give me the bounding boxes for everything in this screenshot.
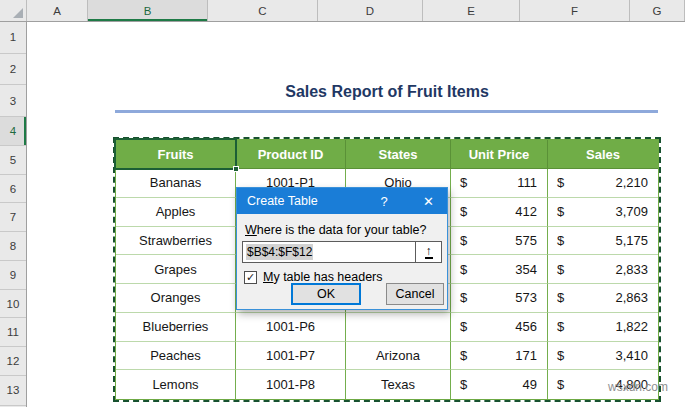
currency-symbol: $	[557, 348, 564, 363]
product-id-cell[interactable]: 1001-P6	[236, 313, 346, 342]
row-header-13[interactable]: 13	[0, 376, 26, 406]
cell-value: 2,210	[615, 175, 648, 190]
row-headers: 12345678910111213	[0, 22, 27, 407]
cell-value: 111	[517, 175, 537, 190]
sales-cell[interactable]: $1,822	[548, 313, 658, 342]
unit-price-cell[interactable]: $575	[451, 227, 548, 256]
table-header-states[interactable]: States	[346, 140, 451, 169]
product-id-cell[interactable]: 1001-P8	[236, 370, 346, 399]
cell-value: 354	[515, 262, 537, 277]
currency-symbol: $	[460, 175, 467, 190]
sheet-title: Sales Report of Fruit Items	[116, 83, 658, 101]
cell-value: 1,822	[615, 319, 648, 334]
currency-symbol: $	[557, 290, 564, 305]
row-header-7[interactable]: 7	[0, 203, 26, 232]
cell-value: 575	[515, 233, 537, 248]
title-underline	[115, 110, 658, 113]
range-input[interactable]: $B$4:$F$12 ↑	[242, 241, 442, 263]
state-cell[interactable]	[346, 313, 451, 342]
state-cell[interactable]: Texas	[346, 370, 451, 399]
row-header-5[interactable]: 5	[0, 146, 26, 175]
state-cell[interactable]: Arizona	[346, 342, 451, 371]
up-arrow-icon: ↑	[425, 245, 433, 259]
column-header-C[interactable]: C	[208, 0, 318, 21]
cell-value: 2,833	[615, 262, 648, 277]
fruit-cell[interactable]: Grapes	[116, 255, 236, 284]
cell-value: 49	[523, 377, 537, 392]
cell-value: 456	[515, 319, 537, 334]
table-header-sales[interactable]: Sales	[548, 140, 658, 169]
check-icon: ✓	[246, 272, 255, 283]
cell-value: 171	[515, 348, 537, 363]
row-header-12[interactable]: 12	[0, 347, 26, 376]
sales-cell[interactable]: $2,210	[548, 169, 658, 198]
fruit-cell[interactable]: Oranges	[116, 284, 236, 313]
row-header-4[interactable]: 4	[0, 117, 26, 146]
fruit-cell[interactable]: Strawberries	[116, 227, 236, 256]
dialog-prompt: Where is the data for your table?	[245, 223, 426, 237]
fruit-cell[interactable]: Blueberries	[116, 313, 236, 342]
unit-price-cell[interactable]: $111	[451, 169, 548, 198]
currency-symbol: $	[460, 233, 467, 248]
row-header-3[interactable]: 3	[0, 85, 26, 117]
close-icon[interactable]: ✕	[423, 194, 434, 209]
cell-value: 412	[515, 204, 537, 219]
currency-symbol: $	[460, 204, 467, 219]
fruit-cell[interactable]: Lemons	[116, 370, 236, 399]
fruit-cell[interactable]: Bananas	[116, 169, 236, 198]
row-header-9[interactable]: 9	[0, 261, 26, 290]
product-id-cell[interactable]: 1001-P7	[236, 342, 346, 371]
row-header-8[interactable]: 8	[0, 232, 26, 261]
currency-symbol: $	[460, 348, 467, 363]
sales-cell[interactable]: $3,709	[548, 198, 658, 227]
cancel-button[interactable]: Cancel	[386, 283, 444, 305]
unit-price-cell[interactable]: $456	[451, 313, 548, 342]
cell-value: 573	[515, 290, 537, 305]
create-table-dialog: Create Table ? ✕ Where is the data for y…	[236, 187, 448, 310]
table-header-product-id[interactable]: Product ID	[236, 140, 346, 169]
currency-symbol: $	[557, 175, 564, 190]
sales-cell[interactable]: $5,175	[548, 227, 658, 256]
column-header-B[interactable]: B	[88, 0, 208, 21]
currency-symbol: $	[460, 290, 467, 305]
range-value: $B$4:$F$12	[243, 242, 415, 262]
row-header-6[interactable]: 6	[0, 175, 26, 204]
sales-cell[interactable]: $2,863	[548, 284, 658, 313]
column-header-F[interactable]: F	[520, 0, 630, 21]
headers-checkbox-label: My table has headers	[263, 270, 383, 284]
unit-price-cell[interactable]: $171	[451, 342, 548, 371]
column-header-A[interactable]: A	[27, 0, 88, 21]
row-header-10[interactable]: 10	[0, 290, 26, 319]
currency-symbol: $	[557, 319, 564, 334]
unit-price-cell[interactable]: $354	[451, 255, 548, 284]
headers-checkbox-row: ✓ My table has headers	[244, 270, 383, 284]
column-header-D[interactable]: D	[318, 0, 423, 21]
help-icon[interactable]: ?	[376, 194, 392, 209]
headers-checkbox[interactable]: ✓	[244, 271, 257, 284]
collapse-dialog-button[interactable]: ↑	[415, 242, 441, 262]
currency-symbol: $	[557, 262, 564, 277]
dialog-title: Create Table	[247, 194, 318, 208]
unit-price-cell[interactable]: $49	[451, 370, 548, 399]
fill-handle[interactable]	[233, 166, 239, 172]
column-header-G[interactable]: G	[630, 0, 685, 21]
cell-value: 3,410	[615, 348, 648, 363]
table-header-unit-price[interactable]: Unit Price	[451, 140, 548, 169]
row-header-11[interactable]: 11	[0, 318, 26, 347]
sales-cell[interactable]: $3,410	[548, 342, 658, 371]
unit-price-cell[interactable]: $412	[451, 198, 548, 227]
fruit-cell[interactable]: Peaches	[116, 342, 236, 371]
column-header-E[interactable]: E	[423, 0, 520, 21]
fruit-cell[interactable]: Apples	[116, 198, 236, 227]
ok-button[interactable]: OK	[291, 283, 361, 305]
unit-price-cell[interactable]: $573	[451, 284, 548, 313]
row-header-1[interactable]: 1	[0, 22, 26, 54]
row-header-2[interactable]: 2	[0, 54, 26, 86]
table-row: Peaches1001-P7Arizona$171$3,410	[116, 342, 658, 371]
select-all-corner[interactable]	[0, 0, 27, 21]
sales-cell[interactable]: $2,833	[548, 255, 658, 284]
active-cell-B4[interactable]	[114, 138, 237, 170]
currency-symbol: $	[557, 377, 564, 392]
watermark: wsxdn.com	[608, 380, 668, 394]
dialog-titlebar[interactable]: Create Table ? ✕	[237, 188, 447, 214]
